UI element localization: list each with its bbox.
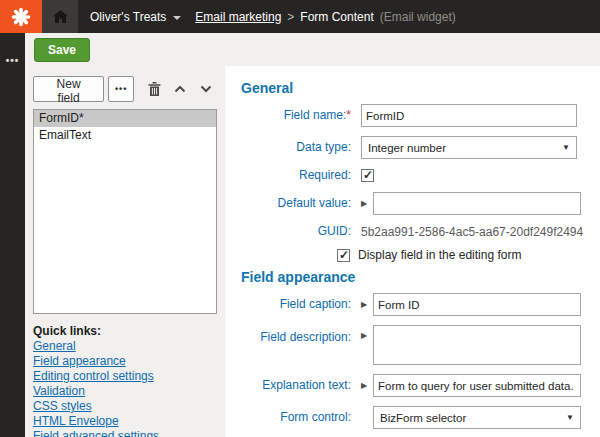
- data-type-value: Integer number: [368, 142, 446, 154]
- quick-link-general[interactable]: General: [33, 339, 217, 354]
- quick-link-field-appearance[interactable]: Field appearance: [33, 354, 217, 369]
- field-name-label: Field name:*: [241, 108, 361, 123]
- breadcrumb: Email marketing > Form Content (Email wi…: [195, 0, 455, 33]
- field-caption-expander[interactable]: ▶: [361, 301, 373, 309]
- form-control-row: Form control: BizForm selector ▼: [241, 406, 600, 429]
- quick-link-field-advanced-settings[interactable]: Field advanced settings: [33, 429, 217, 437]
- app-window: Oliver's Treats Email marketing > Form C…: [0, 0, 600, 437]
- field-listbox: FormID* EmailText: [33, 109, 217, 314]
- expander-icon: ▶: [361, 200, 367, 208]
- required-asterisk: *: [346, 108, 351, 122]
- quick-link-editing-control-settings[interactable]: Editing control settings: [33, 369, 217, 384]
- form-control-select[interactable]: BizForm selector ▼: [373, 406, 581, 429]
- display-field-checkbox[interactable]: [337, 249, 350, 262]
- site-name: Oliver's Treats: [90, 10, 166, 24]
- explanation-text-input[interactable]: [373, 374, 581, 397]
- asterisk-icon: [11, 7, 31, 27]
- field-caption-label: Field caption:: [241, 297, 361, 312]
- guid-value: 5b2aa991-2586-4ac5-aa67-20df249f2494: [361, 225, 583, 239]
- move-field-up-button[interactable]: [169, 77, 191, 101]
- default-value-expander[interactable]: ▶: [361, 200, 373, 208]
- field-caption-row: Field caption: ▶: [241, 293, 600, 316]
- default-value-input[interactable]: [373, 192, 581, 215]
- guid-label: GUID:: [241, 224, 361, 239]
- required-label: Required:: [241, 168, 361, 183]
- quick-links-title: Quick links:: [33, 323, 217, 339]
- chevron-down-icon: ▼: [566, 413, 574, 422]
- default-value-row: Default value: ▶: [241, 192, 600, 215]
- field-name-label-text: Field name:: [284, 108, 347, 122]
- breadcrumb-current-page: Form Content: [300, 10, 373, 24]
- required-checkbox[interactable]: [361, 169, 374, 182]
- action-bar: Save: [25, 33, 600, 66]
- breadcrumb-separator: >: [287, 10, 294, 24]
- display-field-label: Display field in the editing form: [358, 248, 521, 262]
- field-more-options-button[interactable]: •••: [108, 76, 134, 102]
- chevron-up-icon: [174, 85, 186, 93]
- form-control-label: Form control:: [241, 410, 361, 425]
- field-name-input[interactable]: [361, 104, 577, 127]
- expander-icon: ▶: [361, 382, 367, 390]
- list-item-emailtext[interactable]: EmailText: [34, 127, 216, 144]
- delete-field-button[interactable]: [143, 77, 165, 101]
- field-name-row: Field name:*: [241, 104, 600, 127]
- quick-link-validation[interactable]: Validation: [33, 384, 217, 399]
- home-button[interactable]: [42, 0, 78, 33]
- explanation-text-row: Explanation text: ▶: [241, 374, 600, 397]
- data-type-label: Data type:: [241, 140, 361, 155]
- data-type-row: Data type: Integer number ▼: [241, 136, 600, 159]
- field-description-expander[interactable]: ▶: [361, 325, 373, 340]
- explanation-text-expander[interactable]: ▶: [361, 382, 373, 390]
- breadcrumb-link-email-marketing[interactable]: Email marketing: [195, 10, 281, 24]
- list-item-formid[interactable]: FormID*: [34, 110, 216, 127]
- more-menu-button[interactable]: •••: [0, 55, 25, 66]
- save-button[interactable]: Save: [34, 38, 90, 62]
- move-field-down-button[interactable]: [195, 77, 217, 101]
- field-description-row: Field description: ▶: [241, 325, 600, 365]
- breadcrumb-context: (Email widget): [380, 10, 456, 24]
- data-type-select[interactable]: Integer number ▼: [361, 136, 577, 159]
- default-value-label: Default value:: [241, 196, 361, 211]
- top-bar: Oliver's Treats Email marketing > Form C…: [0, 0, 600, 33]
- quick-link-css-styles[interactable]: CSS styles: [33, 399, 217, 414]
- quick-link-html-envelope[interactable]: HTML Envelope: [33, 414, 217, 429]
- chevron-down-icon: ▼: [562, 143, 570, 152]
- site-switcher[interactable]: Oliver's Treats: [78, 0, 195, 33]
- field-caption-input[interactable]: [373, 293, 581, 316]
- expander-icon: ▶: [361, 301, 367, 309]
- app-logo[interactable]: [0, 0, 42, 33]
- form-control-value: BizForm selector: [380, 412, 466, 424]
- new-field-button[interactable]: New field: [33, 76, 104, 102]
- collapsed-nav-strip: •••: [0, 33, 25, 437]
- field-description-textarea[interactable]: [373, 325, 581, 365]
- explanation-text-label: Explanation text:: [241, 378, 361, 393]
- field-editor-form: General Field name:* Data type: Integer …: [225, 66, 600, 437]
- section-heading-general: General: [241, 80, 600, 96]
- fields-sidebar: New field •••: [25, 66, 225, 437]
- display-field-row: Display field in the editing form: [337, 248, 600, 262]
- required-row: Required:: [241, 168, 600, 183]
- fields-toolbar: New field •••: [33, 76, 217, 102]
- quick-links: Quick links: General Field appearance Ed…: [33, 323, 217, 437]
- field-description-label: Field description:: [241, 325, 361, 345]
- chevron-down-icon: [173, 16, 181, 20]
- expander-icon: ▶: [361, 332, 367, 340]
- chevron-down-icon: [200, 85, 212, 93]
- home-icon: [53, 10, 68, 23]
- guid-row: GUID: 5b2aa991-2586-4ac5-aa67-20df249f24…: [241, 224, 600, 239]
- trash-icon: [148, 82, 161, 96]
- section-heading-field-appearance: Field appearance: [241, 269, 600, 285]
